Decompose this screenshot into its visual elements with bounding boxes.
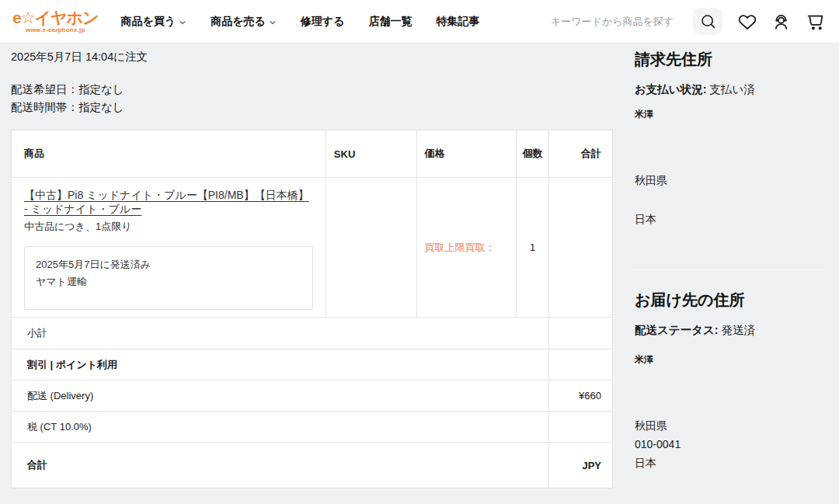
site-header: e☆イヤホン www.e-earphone.jp 商品を買う 商品を売る 修理す… [0, 0, 839, 43]
item-qty-cell: 1 [516, 178, 548, 317]
summary-value [548, 412, 612, 442]
col-header-sku: SKU [326, 130, 416, 177]
order-date: 2025年5月7日 14:04に注文 [11, 50, 613, 64]
delivery-time-preference: 配送時間帯：指定なし [11, 99, 613, 116]
order-items-table: 商品 SKU 価格 個数 合計 【中古】Pi8 ミッドナイト・ブルー【PI8/M… [11, 130, 613, 488]
account-headset-icon[interactable] [771, 12, 791, 31]
shipping-status-label: 配送ステータス: [635, 324, 719, 336]
shipping-country: 日本 [635, 454, 826, 472]
col-header-total: 合計 [548, 130, 612, 177]
site-logo[interactable]: e☆イヤホン www.e-earphone.jp [12, 9, 98, 33]
col-header-qty: 個数 [516, 130, 548, 177]
nav-label: 特集記事 [436, 15, 479, 29]
summary-row-subtotal: 小計 [12, 317, 612, 349]
search-input[interactable] [551, 16, 681, 27]
wishlist-heart-icon[interactable] [737, 12, 757, 31]
billing-country: 日本 [635, 210, 826, 228]
billing-prefecture: 秋田県 [635, 171, 826, 189]
billing-address-section: 請求先住所 お支払い状況: 支払い済 米澤 秋田県 日本 [635, 48, 826, 228]
summary-value [548, 318, 612, 349]
shipping-postal-code: 010-0041 [635, 435, 826, 454]
nav-item-buy[interactable]: 商品を買う [120, 15, 186, 29]
nav-item-sell[interactable]: 商品を売る [211, 15, 277, 29]
search-icon [700, 13, 716, 30]
fulfillment-carrier: ヤマト運輸 [36, 273, 301, 290]
main-nav: 商品を買う 商品を売る 修理する 店舗一覧 特集記事 [120, 15, 479, 29]
shipping-status-line: 配送ステータス: 発送済 [635, 323, 826, 338]
logo-text: e☆イヤホン [12, 9, 98, 26]
item-price-cell: 買取上限買取： [416, 178, 517, 317]
summary-value: ¥660 [548, 381, 612, 411]
nav-item-repair[interactable]: 修理する [301, 15, 345, 29]
order-detail-page: 2025年5月7日 14:04に注文 配送希望日：指定なし 配送時間帯：指定なし… [0, 43, 839, 504]
payment-status-label: お支払い状況: [635, 83, 707, 96]
shipping-prefecture: 秋田県 [635, 416, 826, 435]
sidebar-divider [635, 269, 826, 270]
summary-row-discount: 割引 | ポイント利用 [12, 349, 612, 380]
nav-label: 修理する [301, 15, 345, 29]
delivery-preferences: 配送希望日：指定なし 配送時間帯：指定なし [11, 81, 613, 116]
order-main-column: 2025年5月7日 14:04に注文 配送希望日：指定なし 配送時間帯：指定なし… [11, 43, 613, 488]
summary-row-tax: 税 (CT 10.0%) [12, 411, 612, 442]
shipping-name: 米澤 [635, 353, 826, 367]
summary-value: JPY [548, 443, 612, 488]
summary-value [548, 349, 612, 380]
shipping-status-value: 発送済 [722, 324, 756, 336]
nav-label: 店舗一覧 [368, 15, 412, 29]
shipping-address-section: お届け先の住所 配送ステータス: 発送済 米澤 秋田県 010-0041 日本 [635, 289, 826, 472]
chevron-down-icon [179, 19, 186, 26]
billing-address-title: 請求先住所 [635, 48, 826, 71]
product-note: 中古品につき、1点限り [24, 220, 313, 234]
logo-url: www.e-earphone.jp [26, 27, 85, 33]
col-header-price: 価格 [416, 130, 517, 177]
summary-label: 合計 [12, 443, 548, 488]
summary-label: 小計 [12, 318, 548, 349]
cart-icon[interactable] [806, 12, 825, 31]
item-price-label: 買取上限買取： [425, 241, 496, 255]
summary-label: 税 (CT 10.0%) [12, 412, 548, 442]
item-sku-cell [326, 178, 416, 317]
summary-row-shipping: 配送 (Delivery) ¥660 [12, 380, 612, 411]
delivery-date-preference: 配送希望日：指定なし [11, 81, 613, 99]
summary-label: 配送 (Delivery) [12, 381, 548, 411]
item-total-cell [548, 178, 612, 317]
payment-status-value: 支払い済 [710, 83, 755, 96]
nav-item-stores[interactable]: 店舗一覧 [368, 15, 412, 29]
nav-item-articles[interactable]: 特集記事 [436, 15, 479, 29]
order-item-row: 【中古】Pi8 ミッドナイト・ブルー【PI8/MB】【日本橋】 - ミッドナイト… [12, 177, 612, 317]
fulfillment-box: 2025年5月7日に発送済み ヤマト運輸 [24, 246, 313, 310]
billing-name: 米澤 [635, 108, 826, 121]
summary-label: 割引 | ポイント利用 [12, 349, 548, 380]
order-sidebar: 請求先住所 お支払い状況: 支払い済 米澤 秋田県 日本 お届け先の住所 配送ス… [635, 43, 826, 472]
summary-row-total: 合計 JPY [12, 442, 612, 488]
nav-label: 商品を売る [211, 15, 266, 29]
table-header-row: 商品 SKU 価格 個数 合計 [12, 130, 612, 177]
fulfillment-status: 2025年5月7日に発送済み [36, 256, 301, 273]
search-button[interactable] [693, 8, 722, 35]
product-cell: 【中古】Pi8 ミッドナイト・ブルー【PI8/MB】【日本橋】 - ミッドナイト… [12, 178, 326, 317]
col-header-product: 商品 [12, 130, 326, 177]
product-link[interactable]: 【中古】Pi8 ミッドナイト・ブルー【PI8/MB】【日本橋】 - ミッドナイト… [24, 188, 313, 216]
nav-label: 商品を買う [120, 15, 176, 29]
header-actions [551, 8, 825, 35]
payment-status-line: お支払い状況: 支払い済 [635, 82, 826, 97]
chevron-down-icon [269, 19, 277, 26]
shipping-address-title: お届け先の住所 [635, 289, 826, 311]
